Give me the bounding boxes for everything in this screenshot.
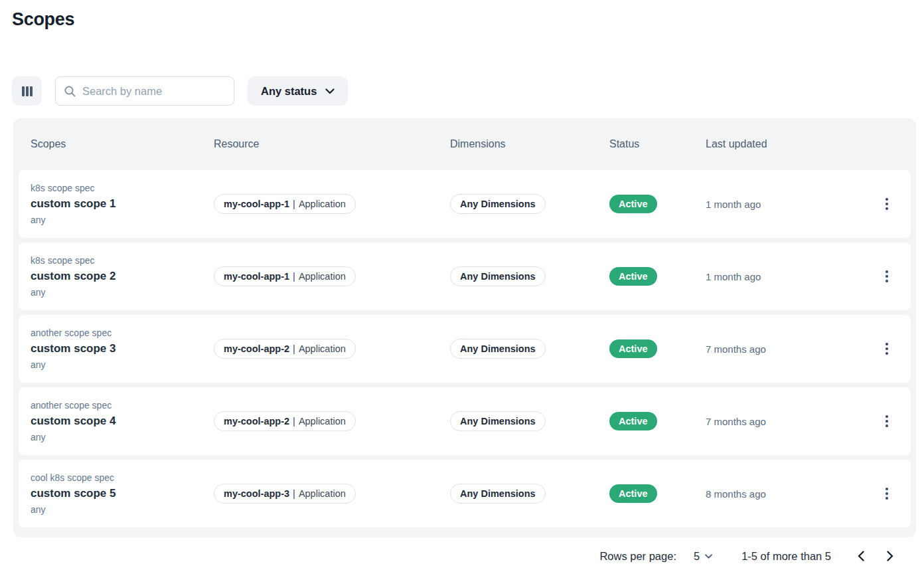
resource-app-name: my-cool-app-3 <box>224 488 289 499</box>
last-updated-text: 1 month ago <box>706 199 863 210</box>
last-updated-text: 7 months ago <box>706 343 863 355</box>
rows-per-page-label: Rows per page: <box>599 550 676 563</box>
scopes-table: Scopes Resource Dimensions Status Last u… <box>13 118 916 537</box>
columns-icon <box>22 86 33 96</box>
table-header: Scopes Resource Dimensions Status Last u… <box>19 118 911 170</box>
resource-type: Application <box>299 199 346 209</box>
resource-app-name: my-cool-app-1 <box>224 199 289 209</box>
scope-dimension-key: any <box>31 286 214 298</box>
resource-app-name: my-cool-app-2 <box>224 416 289 427</box>
scope-dimension-key: any <box>31 214 214 226</box>
status-badge: Active <box>609 267 657 286</box>
scope-cell: cool k8s scope spec custom scope 5 any <box>31 472 214 516</box>
status-badge: Active <box>609 412 657 430</box>
scope-name: custom scope 2 <box>31 269 214 284</box>
scope-spec: another scope spec <box>31 399 214 411</box>
rows-per-page-select[interactable]: 5 <box>694 550 712 563</box>
resource-type: Application <box>299 271 346 282</box>
column-header-dimensions: Dimensions <box>450 138 609 150</box>
previous-page-button[interactable] <box>850 545 872 567</box>
rows-per-page-value: 5 <box>694 550 700 563</box>
status-filter-dropdown[interactable]: Any status <box>248 76 348 106</box>
last-updated-text: 7 months ago <box>706 416 863 427</box>
scope-spec: cool k8s scope spec <box>31 472 214 484</box>
scope-name: custom scope 1 <box>31 197 214 211</box>
column-header-last-updated: Last updated <box>706 138 863 150</box>
scope-name: custom scope 5 <box>31 486 214 501</box>
column-header-resource: Resource <box>214 138 450 150</box>
row-actions-menu-button[interactable] <box>876 338 897 359</box>
scope-cell: another scope spec custom scope 4 any <box>31 399 214 443</box>
table-row[interactable]: k8s scope spec custom scope 1 any my-coo… <box>19 170 911 238</box>
status-badge: Active <box>609 484 657 503</box>
scopes-page: Scopes Any status Scopes Resource Dimens… <box>0 0 924 572</box>
chevron-right-icon <box>887 551 893 561</box>
dimensions-chip: Any Dimensions <box>450 194 546 214</box>
scope-dimension-key: any <box>31 504 214 516</box>
next-page-button[interactable] <box>879 545 901 567</box>
resource-app-name: my-cool-app-1 <box>224 271 289 282</box>
scope-name: custom scope 3 <box>31 341 214 356</box>
table-row[interactable]: another scope spec custom scope 3 any my… <box>19 315 911 383</box>
dimensions-chip: Any Dimensions <box>450 484 546 504</box>
pagination-range-label: 1-5 of more than 5 <box>741 550 831 563</box>
scope-spec: k8s scope spec <box>31 254 214 266</box>
page-title: Scopes <box>12 9 74 30</box>
column-header-scopes: Scopes <box>31 138 214 150</box>
row-actions-menu-button[interactable] <box>876 193 897 215</box>
scope-spec: k8s scope spec <box>31 182 214 194</box>
resource-type: Application <box>299 343 346 354</box>
table-row[interactable]: cool k8s scope spec custom scope 5 any m… <box>19 460 911 527</box>
resource-chip: my-cool-app-3|Application <box>214 484 356 504</box>
resource-chip: my-cool-app-1|Application <box>214 194 356 214</box>
scope-cell: another scope spec custom scope 3 any <box>31 327 214 371</box>
resource-separator: | <box>293 488 295 499</box>
row-actions-menu-button[interactable] <box>876 411 897 432</box>
scope-name: custom scope 4 <box>31 414 214 429</box>
row-actions-menu-button[interactable] <box>876 266 897 287</box>
status-filter-label: Any status <box>261 85 317 98</box>
status-badge: Active <box>609 195 657 213</box>
search-box <box>55 76 234 106</box>
row-actions-menu-button[interactable] <box>876 483 897 504</box>
last-updated-text: 8 months ago <box>706 488 863 500</box>
dimensions-chip: Any Dimensions <box>450 339 546 359</box>
scope-spec: another scope spec <box>31 327 214 339</box>
search-icon <box>64 85 76 98</box>
resource-app-name: my-cool-app-2 <box>224 343 289 354</box>
status-badge: Active <box>609 339 657 358</box>
scope-cell: k8s scope spec custom scope 2 any <box>31 254 214 298</box>
table-row[interactable]: another scope spec custom scope 4 any my… <box>19 387 911 455</box>
pagination-bar: Rows per page: 5 1-5 of more than 5 <box>599 542 901 570</box>
column-settings-button[interactable] <box>12 76 42 106</box>
chevron-down-small-icon <box>705 554 712 559</box>
resource-chip: my-cool-app-1|Application <box>214 266 356 286</box>
resource-type: Application <box>299 488 346 499</box>
resource-separator: | <box>293 416 295 427</box>
resource-type: Application <box>299 416 346 427</box>
resource-separator: | <box>293 271 295 282</box>
dimensions-chip: Any Dimensions <box>450 411 546 431</box>
scope-dimension-key: any <box>31 431 214 443</box>
chevron-down-icon <box>325 88 335 94</box>
resource-separator: | <box>293 199 295 209</box>
search-input[interactable] <box>82 85 228 98</box>
scope-dimension-key: any <box>31 359 214 371</box>
chevron-left-icon <box>858 551 864 561</box>
resource-separator: | <box>293 343 295 354</box>
scope-cell: k8s scope spec custom scope 1 any <box>31 182 214 226</box>
toolbar: Any status <box>12 76 348 106</box>
resource-chip: my-cool-app-2|Application <box>214 339 356 359</box>
dimensions-chip: Any Dimensions <box>450 266 546 286</box>
column-header-status: Status <box>609 138 706 150</box>
resource-chip: my-cool-app-2|Application <box>214 411 356 431</box>
table-row[interactable]: k8s scope spec custom scope 2 any my-coo… <box>19 242 911 310</box>
last-updated-text: 1 month ago <box>706 271 863 282</box>
